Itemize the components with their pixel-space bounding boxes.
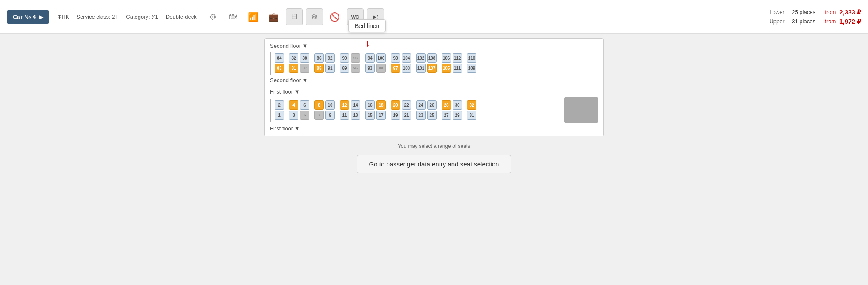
seat-110[interactable]: 110 [467,53,476,63]
f-seat-group-8b: 30 29 [453,100,462,120]
first-floor-seat-row: 2 1 4 3 6 5 8 7 [270,99,562,122]
seat-91[interactable]: 91 [326,64,335,73]
seat-104[interactable]: 104 [402,53,411,63]
go-to-passenger-button[interactable]: Go to passenger data entry and seat sele… [357,155,512,173]
seat-13[interactable]: 13 [351,111,360,120]
f-seat-group-9: 32 31 [467,100,476,120]
upper-label: Upper [769,18,788,25]
seat-108[interactable]: 108 [427,53,437,63]
seat-83[interactable]: 83 [275,64,284,73]
seat-group-4b: 96 95 [351,53,360,73]
seat-21[interactable]: 21 [402,111,411,120]
seat-96[interactable]: 96 [351,53,360,63]
seat-99[interactable]: 99 [376,64,386,73]
seat-6[interactable]: 6 [300,100,309,110]
seat-87[interactable]: 87 [300,64,309,73]
seat-19[interactable]: 19 [391,111,400,120]
seat-101[interactable]: 101 [416,64,426,73]
seat-29[interactable]: 29 [453,111,462,120]
seat-11[interactable]: 11 [340,111,349,120]
f-seat-group-5b: 18 17 [376,100,386,120]
seat-32[interactable]: 32 [467,100,476,110]
seat-103[interactable]: 103 [402,64,411,73]
f-seat-group-3b: 10 9 [326,100,335,120]
second-floor-seat-row: 84 83 82 81 88 87 86 85 [270,52,598,75]
seat-20[interactable]: 20 [391,100,400,110]
seat-23[interactable]: 23 [416,111,426,120]
seat-4[interactable]: 4 [289,100,298,110]
seat-31[interactable]: 31 [467,111,476,120]
seat-16[interactable]: 16 [365,100,375,110]
seat-2[interactable]: 2 [275,100,284,110]
seat-26[interactable]: 26 [427,100,437,110]
price-panel: Lower 25 places from 2,333 ₽ Upper 31 pl… [743,8,861,25]
seat-85[interactable]: 85 [314,64,324,73]
f-seat-group-7b: 26 25 [427,100,437,120]
seat-100[interactable]: 100 [376,53,386,63]
bag-icon: 💼 [265,8,282,25]
f-seat-group-4a: 12 11 [340,100,349,120]
seat-90[interactable]: 90 [340,53,349,63]
seat-18[interactable]: 18 [376,100,386,110]
seat-group-9: 110 109 [467,53,476,73]
f-seat-group-2a: 4 3 [289,100,298,120]
seat-94[interactable]: 94 [365,53,375,63]
second-floor-seats: 84 83 82 81 88 87 86 85 [270,52,598,75]
service-class-val: 2T [112,14,118,20]
seat-112[interactable]: 112 [453,53,462,63]
seat-86[interactable]: 86 [314,53,324,63]
seat-7[interactable]: 7 [314,111,324,120]
seat-group-2a: 82 81 [289,53,298,73]
second-floor-top-label: Second floor ▼ [270,43,598,49]
seat-10[interactable]: 10 [326,100,335,110]
seat-group-6a: 98 97 [391,53,400,73]
seat-84[interactable]: 84 [275,53,284,63]
seat-88[interactable]: 88 [300,53,309,63]
deck-type: Double-deck [166,14,197,20]
seat-95[interactable]: 95 [351,64,360,73]
seat-25[interactable]: 25 [427,111,437,120]
category: Category: У1 [126,14,158,20]
seat-89[interactable]: 89 [340,64,349,73]
seat-106[interactable]: 106 [442,53,451,63]
category-val: У1 [151,14,158,20]
seat-97[interactable]: 97 [391,64,400,73]
seat-28[interactable]: 28 [442,100,451,110]
seat-5[interactable]: 5 [300,111,309,120]
seat-24[interactable]: 24 [416,100,426,110]
first-floor-top-label: First floor ▼ [270,89,598,95]
lower-price-row: Lower 25 places from 2,333 ₽ [769,8,861,16]
seat-102[interactable]: 102 [416,53,426,63]
seat-group-3a: 86 85 [314,53,324,73]
seat-map: ↓ Bed linen Second floor ▼ 84 83 82 81 [264,38,604,136]
seat-27[interactable]: 27 [442,111,451,120]
main-content: ↓ Bed linen Second floor ▼ 84 83 82 81 [0,34,868,182]
seat-8[interactable]: 8 [314,100,324,110]
seat-30[interactable]: 30 [453,100,462,110]
no-smoking-icon: 🚫 [326,8,343,25]
lower-label: Lower [769,9,788,15]
seat-81[interactable]: 81 [289,64,298,73]
fpk-label: ФПК [58,14,69,20]
restaurant-icon: 🍽 [225,8,242,25]
car-nav-button[interactable]: Car № 4 ▶ [7,10,49,24]
seat-14[interactable]: 14 [351,100,360,110]
f-seat-group-5a: 16 15 [365,100,375,120]
seat-3[interactable]: 3 [289,111,298,120]
seat-15[interactable]: 15 [365,111,375,120]
seat-109[interactable]: 109 [467,64,476,73]
seat-111[interactable]: 111 [453,64,462,73]
seat-9[interactable]: 9 [326,111,335,120]
seat-107[interactable]: 107 [427,64,437,73]
seat-105[interactable]: 105 [442,64,451,73]
seat-22[interactable]: 22 [402,100,411,110]
first-floor-seats: 2 1 4 3 6 5 8 7 [270,97,598,123]
seat-93[interactable]: 93 [365,64,375,73]
seat-98[interactable]: 98 [391,53,400,63]
seat-92[interactable]: 92 [326,53,335,63]
seat-1[interactable]: 1 [275,111,284,120]
seat-12[interactable]: 12 [340,100,349,110]
seat-17[interactable]: 17 [376,111,386,120]
seat-group-5b: 100 99 [376,53,386,73]
seat-82[interactable]: 82 [289,53,298,63]
